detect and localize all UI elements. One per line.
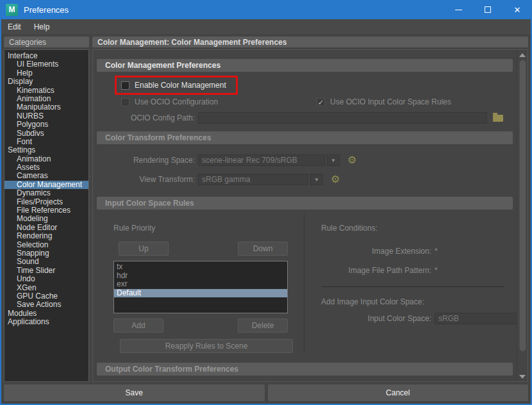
section-color-management-preferences[interactable]: Color Management Preferences <box>97 59 513 72</box>
rule-priority-list[interactable]: txhdrexrDefault <box>113 261 288 313</box>
sidebar-item-modeling[interactable]: Modeling <box>4 215 88 223</box>
adddel-row: Add Delete <box>113 318 288 333</box>
enable-color-management-row: Enable Color Management <box>121 81 226 90</box>
sidebar-item-gpu-cache[interactable]: GPU Cache <box>4 292 88 301</box>
rule-item-hdr[interactable]: hdr <box>114 272 287 281</box>
rendering-space-label: Rendering Space: <box>96 156 198 165</box>
rendering-space-row: Rendering Space: scene-linear Rec 709/sR… <box>96 154 514 166</box>
delete-button[interactable]: Delete <box>238 318 288 333</box>
sidebar-item-snapping[interactable]: Snapping <box>4 249 88 258</box>
rendering-space-gear-icon[interactable]: ⚙ <box>347 155 356 165</box>
sidebar-item-nurbs[interactable]: NURBS <box>4 112 88 120</box>
file-path-pattern-value: * <box>435 266 438 275</box>
annotation-highlight: Enable Color Management <box>115 76 238 95</box>
sidebar-item-subdivs[interactable]: Subdivs <box>4 129 88 138</box>
main-area: Categories InterfaceUI ElementsHelpDispl… <box>1 34 531 382</box>
section-color-transform-preferences[interactable]: Color Transform Preferences <box>97 131 513 144</box>
sidebar-item-file-references[interactable]: File References <box>4 206 88 215</box>
scroll-up-button[interactable] <box>517 50 528 60</box>
file-path-pattern-row: Image File Path Pattern: * <box>321 266 524 275</box>
view-transform-dropdown-button[interactable]: ▼ <box>310 174 323 185</box>
sidebar-item-applications[interactable]: Applications <box>4 318 88 326</box>
sidebar: Categories InterfaceUI ElementsHelpDispl… <box>4 37 89 382</box>
rendering-space-dropdown-button[interactable]: ▼ <box>327 154 340 166</box>
sidebar-item-interface[interactable]: Interface <box>4 52 88 60</box>
sidebar-item-assets[interactable]: Assets <box>4 163 88 172</box>
section-output-color-transform-preferences[interactable]: Output Color Transform Preferences <box>97 363 513 376</box>
sidebar-item-selection[interactable]: Selection <box>4 241 88 249</box>
sidebar-item-kinematics[interactable]: Kinematics <box>4 87 88 95</box>
sidebar-item-polygons[interactable]: Polygons <box>4 120 88 129</box>
sidebar-item-xgen[interactable]: XGen <box>4 284 88 292</box>
sidebar-item-save-actions[interactable]: Save Actions <box>4 301 88 309</box>
minimize-button[interactable] <box>444 0 473 19</box>
rendering-space-dropdown[interactable]: scene-linear Rec 709/sRGB <box>198 154 325 166</box>
up-button[interactable]: Up <box>119 242 169 256</box>
use-ocio-rules-checkbox[interactable]: ✓ <box>317 98 325 106</box>
scroll-content: Color Management Preferences Enable Colo… <box>93 50 517 381</box>
browse-folder-button[interactable] <box>491 112 505 124</box>
sidebar-item-color-management[interactable]: Color Management <box>4 181 88 189</box>
enable-color-management-checkbox[interactable] <box>121 81 129 90</box>
input-color-space-field[interactable]: sRGB <box>435 313 524 324</box>
vertical-scrollbar[interactable] <box>517 50 528 381</box>
view-transform-dropdown[interactable]: sRGB gamma <box>198 174 308 185</box>
rule-item-exr[interactable]: exr <box>114 280 287 289</box>
use-ocio-configuration-checkbox[interactable] <box>121 98 129 106</box>
sidebar-item-font[interactable]: Font <box>4 138 88 146</box>
reapply-rules-button[interactable]: Reapply Rules to Scene <box>120 339 293 353</box>
sidebar-item-manipulators[interactable]: Manipulators <box>4 103 88 112</box>
sidebar-item-sound[interactable]: Sound <box>4 258 88 266</box>
rule-conditions-label: Rule Conditions: <box>321 224 524 233</box>
content-breadcrumb: Color Management: Color Management Prefe… <box>92 37 528 47</box>
use-ocio-rules-label: Use OCIO Input Color Space Rules <box>330 97 451 106</box>
close-icon: ✕ <box>514 6 521 14</box>
categories-header: Categories <box>4 37 89 47</box>
down-button[interactable]: Down <box>238 242 288 256</box>
view-transform-gear-icon[interactable]: ⚙ <box>331 174 340 185</box>
close-button[interactable]: ✕ <box>503 0 532 19</box>
sidebar-item-help[interactable]: Help <box>4 69 88 78</box>
window-title: Preferences <box>24 5 444 15</box>
sidebar-item-files-projects[interactable]: Files/Projects <box>4 198 88 206</box>
minimize-icon <box>455 10 462 10</box>
sidebar-item-dynamics[interactable]: Dynamics <box>4 189 88 197</box>
sidebar-item-node-editor[interactable]: Node Editor <box>4 224 88 232</box>
maximize-button[interactable] <box>473 0 503 19</box>
menu-help[interactable]: Help <box>28 22 56 31</box>
cancel-button[interactable]: Cancel <box>268 384 529 401</box>
ocio-config-path-field[interactable] <box>198 112 487 124</box>
content-frame: Color Management Preferences Enable Colo… <box>92 49 528 382</box>
image-extension-label: Image Extension: <box>321 247 431 256</box>
rule-priority-label: Rule Priority <box>113 224 304 233</box>
sidebar-item-animation[interactable]: Animation <box>4 155 88 163</box>
updown-row: Up Down <box>113 242 288 256</box>
titlebar: M Preferences ✕ <box>0 0 532 19</box>
rule-item-default[interactable]: Default <box>114 289 287 298</box>
sidebar-item-display[interactable]: Display <box>4 78 88 86</box>
content-panel: Color Management: Color Management Prefe… <box>92 37 528 382</box>
category-list: InterfaceUI ElementsHelpDisplayKinematic… <box>4 49 89 382</box>
sidebar-item-undo[interactable]: Undo <box>4 275 88 283</box>
sidebar-item-modules[interactable]: Modules <box>4 310 88 318</box>
input-color-space-label: Input Color Space: <box>321 314 431 323</box>
save-button[interactable]: Save <box>4 384 265 401</box>
input-color-space-row: Input Color Space: sRGB <box>321 313 524 324</box>
sidebar-item-settings[interactable]: Settings <box>4 146 88 154</box>
sidebar-item-time-slider[interactable]: Time Slider <box>4 267 88 275</box>
sidebar-item-animation[interactable]: Animation <box>4 95 88 103</box>
add-button[interactable]: Add <box>113 318 163 333</box>
folder-icon <box>493 115 503 122</box>
chevron-down-icon: ▼ <box>314 177 319 183</box>
enable-color-management-label: Enable Color Management <box>135 81 226 90</box>
rule-item-tx[interactable]: tx <box>114 263 287 272</box>
sidebar-item-ui-elements[interactable]: UI Elements <box>4 60 88 69</box>
rules-columns: Rule Priority Up Down txhdrexrDefault Ad… <box>96 213 514 354</box>
menu-edit[interactable]: Edit <box>1 22 28 31</box>
sidebar-item-rendering[interactable]: Rendering <box>4 232 88 240</box>
scroll-down-button[interactable] <box>517 372 528 381</box>
sidebar-item-cameras[interactable]: Cameras <box>4 172 88 180</box>
section-input-color-space-rules[interactable]: Input Color Space Rules <box>97 197 513 210</box>
scrollbar-thumb[interactable] <box>519 60 526 352</box>
window-body: Edit Help Categories InterfaceUI Element… <box>0 19 532 405</box>
